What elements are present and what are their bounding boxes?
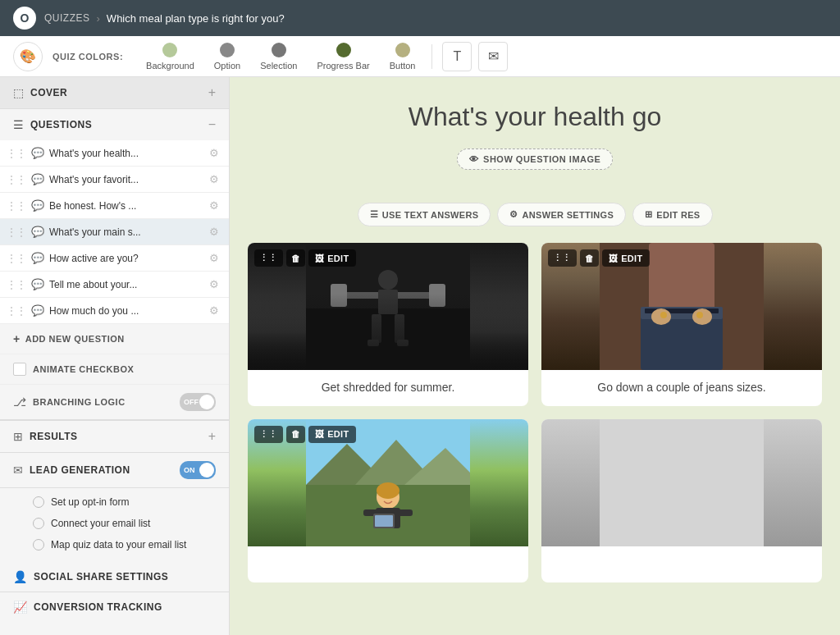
answer-caption-3 [248, 546, 528, 582]
question-item-2[interactable]: ⋮⋮ 💬 What's your favorit... ⚙ [0, 167, 229, 193]
lead-generation-section: ✉ LEAD GENERATION ON [0, 453, 229, 488]
color-selection[interactable]: Selection [250, 38, 307, 75]
toolbar: 🎨 QUIZ COLORS: Background Option Selecti… [0, 36, 840, 77]
show-image-label: SHOW QUESTION IMAGE [483, 154, 600, 164]
add-question-button[interactable]: + ADD NEW QUESTION [0, 324, 229, 354]
svg-rect-6 [378, 290, 398, 314]
text-answers-label: USE TEXT ANSWERS [382, 210, 478, 220]
q-text: Be honest. How's ... [49, 200, 204, 212]
selection-label: Selection [260, 61, 297, 71]
q-text: What's your health... [49, 148, 204, 159]
color-option[interactable]: Option [204, 38, 250, 75]
breadcrumb: QUIZZES › Which meal plan type is right … [44, 12, 285, 25]
logo[interactable]: O [13, 7, 36, 30]
answer-settings-button[interactable]: ⚙ ANSWER SETTINGS [497, 203, 626, 226]
lead-sub-label-2: Connect your email list [51, 518, 150, 529]
svg-rect-10 [397, 340, 409, 346]
use-text-answers-button[interactable]: ☰ USE TEXT ANSWERS [358, 203, 491, 226]
card-2-delete[interactable]: 🗑 [580, 249, 599, 267]
svg-rect-2 [339, 292, 437, 299]
lead-sub-item-1[interactable]: Set up opt-in form [33, 491, 216, 513]
image-icon: 🖼 [315, 429, 324, 439]
q-text: What's your favorit... [49, 174, 204, 185]
drag-handle: ⋮⋮ [7, 148, 26, 159]
branching-label: BRANCHING LOGIC [33, 397, 126, 407]
palette-icon[interactable]: 🎨 [13, 42, 43, 71]
results-add-icon[interactable]: + [208, 429, 216, 444]
edit-results-button[interactable]: ⊞ EDIT RES [632, 203, 712, 226]
card-3-edit[interactable]: 🖼 EDIT [308, 426, 356, 443]
image-icon: 🖼 [315, 254, 324, 263]
image-icon: 🖼 [609, 254, 618, 263]
lead-sub-items: Set up opt-in form Connect your email li… [0, 488, 229, 562]
branching-left: ⎇ BRANCHING LOGIC [13, 395, 126, 409]
lead-sub-label-3: Map quiz data to your email list [51, 539, 186, 550]
selection-dot [272, 43, 286, 57]
color-progress-bar[interactable]: Progress Bar [307, 38, 379, 75]
q-gear-icon[interactable]: ⚙ [209, 252, 219, 264]
text-icon: T [454, 49, 462, 64]
svg-rect-4 [429, 284, 445, 307]
quizzes-link[interactable]: QUIZZES [44, 12, 90, 24]
q-icon: 💬 [31, 226, 44, 238]
page-title: Which meal plan type is right for you? [107, 12, 285, 25]
svg-rect-7 [372, 314, 381, 343]
question-item-5[interactable]: ⋮⋮ 💬 How active are you? ⚙ [0, 245, 229, 272]
q-icon: 💬 [31, 252, 44, 264]
lead-sub-item-3[interactable]: Map quiz data to your email list [33, 534, 216, 555]
radio-3 [33, 539, 44, 550]
q-gear-icon[interactable]: ⚙ [209, 173, 219, 185]
animate-checkbox[interactable] [13, 363, 26, 376]
grid-icon: ⊞ [645, 209, 652, 220]
lead-sub-item-2[interactable]: Connect your email list [33, 513, 216, 534]
color-options: Background Option Selection Progress Bar… [136, 38, 425, 75]
show-image-button[interactable]: 👁 SHOW QUESTION IMAGE [457, 148, 614, 170]
toolbar-divider [431, 44, 432, 69]
cover-section[interactable]: ⬚ COVER + [0, 77, 229, 109]
color-button[interactable]: Button [380, 38, 426, 75]
card-2-drag[interactable]: ⋮⋮ [548, 249, 577, 267]
branching-toggle[interactable]: OFF [180, 393, 216, 411]
q-gear-icon[interactable]: ⚙ [209, 304, 219, 317]
svg-point-18 [660, 312, 667, 318]
questions-header[interactable]: ☰ QUESTIONS − [0, 109, 229, 140]
conversion-tracking-section[interactable]: 📈 CONVERSION TRACKING [0, 592, 229, 622]
card-1-drag[interactable]: ⋮⋮ [254, 249, 283, 267]
q-gear-icon[interactable]: ⚙ [209, 199, 219, 212]
q-text: Tell me about your... [49, 279, 204, 290]
q-text: How active are you? [49, 253, 204, 264]
answer-caption-2: Go down a couple of jeans sizes. [541, 370, 822, 406]
social-share-label: SOCIAL SHARE SETTINGS [34, 571, 168, 582]
question-item-6[interactable]: ⋮⋮ 💬 Tell me about your... ⚙ [0, 272, 229, 298]
text-format-button[interactable]: T [442, 42, 472, 71]
action-bar: ☰ USE TEXT ANSWERS ⚙ ANSWER SETTINGS ⊞ E… [246, 203, 824, 226]
questions-minus-icon[interactable]: − [208, 117, 216, 132]
color-background[interactable]: Background [136, 38, 204, 75]
q-gear-icon[interactable]: ⚙ [209, 147, 219, 159]
card-3-delete[interactable]: 🗑 [286, 426, 305, 443]
card-3-drag[interactable]: ⋮⋮ [254, 426, 283, 443]
social-share-section[interactable]: 👤 SOCIAL SHARE SETTINGS [0, 562, 229, 592]
results-section[interactable]: ⊞ RESULTS + [0, 420, 229, 453]
question-item-4[interactable]: ⋮⋮ 💬 What's your main s... ⚙ [0, 219, 229, 245]
question-item-1[interactable]: ⋮⋮ 💬 What's your health... ⚙ [0, 140, 229, 167]
branch-icon: ⎇ [13, 395, 26, 409]
question-item-3[interactable]: ⋮⋮ 💬 Be honest. How's ... ⚙ [0, 193, 229, 219]
conversion-icon: 📈 [13, 601, 27, 614]
main-content: What's your health go 👁 SHOW QUESTION IM… [230, 77, 840, 635]
questions-label: QUESTIONS [30, 119, 92, 130]
card-1-delete[interactable]: 🗑 [286, 249, 305, 267]
cover-add-icon[interactable]: + [208, 85, 216, 100]
question-item-7[interactable]: ⋮⋮ 💬 How much do you ... ⚙ [0, 298, 229, 324]
q-gear-icon[interactable]: ⚙ [209, 226, 219, 238]
card-3-actions: ⋮⋮ 🗑 🖼 EDIT [254, 426, 356, 443]
card-2-edit[interactable]: 🖼 EDIT [602, 249, 650, 267]
q-gear-icon[interactable]: ⚙ [209, 278, 219, 290]
option-label: Option [214, 61, 240, 71]
email-button[interactable]: ✉ [478, 42, 508, 71]
cover-left: ⬚ COVER [13, 86, 67, 99]
radio-2 [33, 518, 44, 529]
card-1-edit[interactable]: 🖼 EDIT [308, 249, 356, 267]
content-inner: What's your health go 👁 SHOW QUESTION IM… [230, 77, 840, 635]
lead-gen-toggle[interactable]: ON [180, 461, 216, 479]
